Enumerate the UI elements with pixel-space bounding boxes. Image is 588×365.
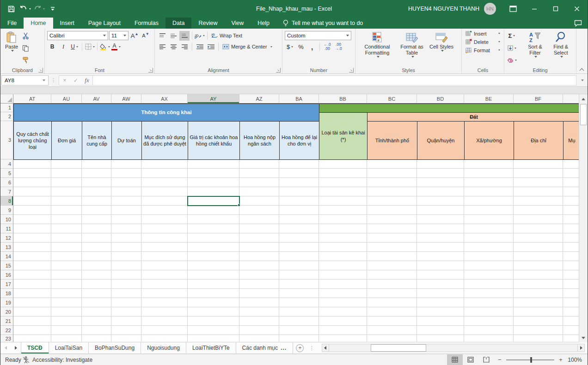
cell[interactable] bbox=[141, 233, 188, 243]
cell[interactable] bbox=[51, 335, 82, 342]
cell[interactable] bbox=[417, 224, 464, 233]
cell[interactable] bbox=[13, 335, 51, 342]
cell[interactable] bbox=[514, 233, 563, 243]
row-header-2[interactable]: 2 bbox=[0, 112, 13, 121]
cell[interactable] bbox=[51, 187, 82, 196]
column-header-partial[interactable] bbox=[563, 94, 580, 103]
cell[interactable] bbox=[417, 316, 464, 326]
format-as-table-button[interactable]: Format as Table bbox=[397, 30, 427, 66]
cell[interactable] bbox=[111, 215, 141, 224]
cell[interactable] bbox=[367, 252, 417, 261]
cell[interactable] bbox=[111, 233, 141, 243]
cell[interactable] bbox=[417, 298, 464, 307]
cell-styles-button[interactable]: Cell Styles bbox=[427, 30, 456, 66]
cell[interactable] bbox=[188, 289, 239, 298]
selected-cell-AY8[interactable] bbox=[187, 196, 240, 206]
sheet-tab-LoaiThietBiYTe[interactable]: LoaiThietBiYTe bbox=[186, 342, 236, 353]
cell[interactable] bbox=[417, 307, 464, 316]
cell[interactable] bbox=[563, 280, 580, 289]
cell[interactable] bbox=[13, 326, 51, 335]
close-button[interactable] bbox=[566, 0, 588, 18]
cell[interactable] bbox=[239, 206, 279, 215]
cell[interactable] bbox=[319, 178, 367, 187]
cell[interactable] bbox=[563, 215, 580, 224]
merge-center-button[interactable]: Merge & Center bbox=[221, 43, 274, 50]
cell[interactable] bbox=[514, 224, 563, 233]
cell[interactable] bbox=[279, 187, 319, 196]
customize-qat-icon[interactable] bbox=[47, 3, 59, 15]
cell[interactable] bbox=[417, 169, 464, 178]
cell[interactable] bbox=[464, 335, 514, 342]
cell[interactable] bbox=[464, 307, 514, 316]
cell[interactable] bbox=[279, 307, 319, 316]
ribbon-tab-review[interactable]: Review bbox=[191, 18, 224, 29]
cell[interactable] bbox=[82, 243, 111, 252]
cell[interactable] bbox=[51, 196, 82, 206]
cell[interactable] bbox=[51, 169, 82, 178]
cell[interactable] bbox=[563, 289, 580, 298]
cell[interactable] bbox=[239, 243, 279, 252]
cell[interactable] bbox=[319, 196, 367, 206]
cell[interactable] bbox=[51, 307, 82, 316]
shrink-font-button[interactable]: A▼ bbox=[141, 31, 151, 41]
cell[interactable] bbox=[563, 233, 580, 243]
cell[interactable] bbox=[239, 261, 279, 270]
maximize-button[interactable] bbox=[545, 0, 566, 18]
row-header-6[interactable]: 6 bbox=[0, 178, 13, 187]
cell[interactable] bbox=[514, 187, 563, 196]
cell[interactable] bbox=[563, 326, 580, 335]
cell[interactable] bbox=[13, 233, 51, 243]
cell[interactable] bbox=[111, 206, 141, 215]
cell[interactable] bbox=[51, 206, 82, 215]
cell[interactable] bbox=[13, 159, 51, 169]
accessibility-status[interactable]: Accessibility: Investigate bbox=[23, 356, 92, 364]
cell[interactable] bbox=[13, 169, 51, 178]
row-header-12[interactable]: 12 bbox=[0, 233, 13, 243]
cell[interactable] bbox=[367, 178, 417, 187]
format-cells-button[interactable]: Format bbox=[464, 47, 502, 54]
cell[interactable] bbox=[514, 316, 563, 326]
header-asset-type[interactable]: Loại tài sản kê khai (*) bbox=[319, 112, 368, 160]
cell[interactable] bbox=[111, 187, 141, 196]
row-header-7[interactable]: 7 bbox=[0, 187, 13, 196]
tell-me-box[interactable]: Tell me what you want to do bbox=[283, 18, 363, 29]
cell[interactable] bbox=[279, 289, 319, 298]
insert-cells-button[interactable]: Insert bbox=[464, 30, 502, 37]
cell[interactable] bbox=[514, 169, 563, 178]
cell[interactable] bbox=[319, 206, 367, 215]
row-header-8[interactable]: 8 bbox=[0, 196, 13, 206]
cell[interactable] bbox=[188, 169, 239, 178]
cell[interactable] bbox=[319, 159, 367, 169]
cell[interactable] bbox=[13, 307, 51, 316]
cell[interactable] bbox=[51, 280, 82, 289]
cell[interactable] bbox=[563, 270, 580, 280]
cell[interactable] bbox=[188, 243, 239, 252]
vertical-scroll-thumb[interactable] bbox=[580, 104, 587, 125]
cell[interactable] bbox=[82, 307, 111, 316]
cell[interactable] bbox=[417, 289, 464, 298]
sheet-tab-BoPhanSuDung[interactable]: BoPhanSuDung bbox=[89, 342, 141, 353]
decrease-indent-icon[interactable] bbox=[195, 42, 205, 52]
cell[interactable] bbox=[514, 307, 563, 316]
cell[interactable] bbox=[279, 316, 319, 326]
align-right-icon[interactable] bbox=[179, 42, 190, 52]
cell[interactable] bbox=[239, 307, 279, 316]
cell[interactable] bbox=[319, 270, 367, 280]
cell[interactable] bbox=[279, 224, 319, 233]
borders-button[interactable] bbox=[85, 42, 95, 52]
cell[interactable] bbox=[563, 187, 580, 196]
redo-button[interactable] bbox=[33, 3, 45, 15]
cell[interactable] bbox=[319, 326, 367, 335]
row-header-13[interactable]: 13 bbox=[0, 243, 13, 252]
cell[interactable] bbox=[239, 224, 279, 233]
cell[interactable] bbox=[563, 196, 580, 206]
cell[interactable] bbox=[367, 215, 417, 224]
cell[interactable] bbox=[367, 270, 417, 280]
cell[interactable] bbox=[188, 326, 239, 335]
cell[interactable] bbox=[279, 335, 319, 342]
cell[interactable] bbox=[141, 206, 188, 215]
cell[interactable] bbox=[563, 243, 580, 252]
cell[interactable] bbox=[239, 187, 279, 196]
ribbon-tab-formulas[interactable]: Formulas bbox=[128, 18, 165, 29]
cell[interactable] bbox=[188, 233, 239, 243]
